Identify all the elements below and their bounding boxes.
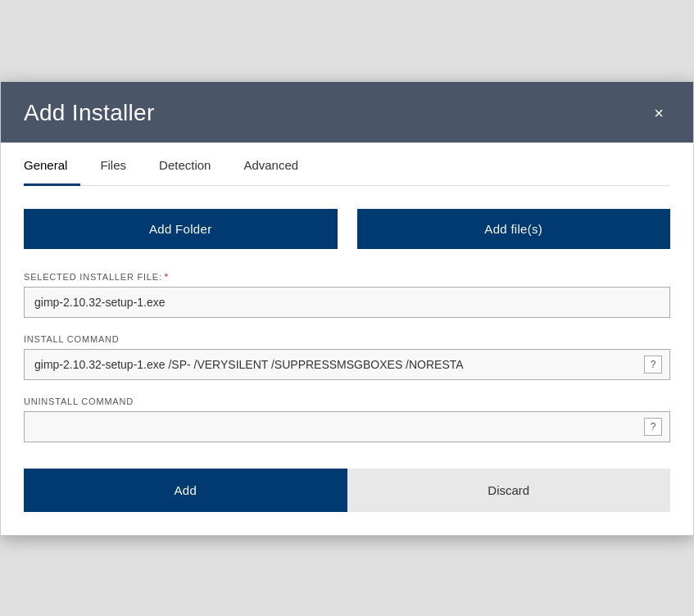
- add-folder-button[interactable]: Add Folder: [24, 209, 338, 249]
- required-indicator: *: [165, 272, 169, 282]
- uninstall-command-input[interactable]: [24, 411, 670, 442]
- tab-files[interactable]: Files: [100, 143, 139, 186]
- tab-bar: General Files Detection Advanced: [24, 143, 670, 186]
- add-files-button[interactable]: Add file(s): [357, 209, 671, 249]
- discard-button[interactable]: Discard: [347, 469, 671, 512]
- install-command-label: INSTALL COMMAND: [24, 334, 670, 344]
- uninstall-command-help-icon[interactable]: ?: [644, 418, 662, 436]
- uninstall-command-label: UNINSTALL COMMAND: [24, 396, 670, 406]
- dialog-footer: Add Discard: [24, 469, 670, 512]
- installer-file-group: SELECTED INSTALLER FILE:*: [24, 272, 670, 318]
- add-button[interactable]: Add: [24, 469, 347, 512]
- uninstall-command-wrapper: ?: [24, 411, 670, 442]
- add-installer-dialog: Add Installer × General Files Detection …: [0, 81, 694, 536]
- installer-file-label: SELECTED INSTALLER FILE:*: [24, 272, 670, 282]
- dialog-title: Add Installer: [24, 100, 155, 126]
- install-command-group: INSTALL COMMAND ?: [24, 334, 670, 380]
- installer-file-input[interactable]: [24, 287, 670, 318]
- dialog-header: Add Installer ×: [1, 82, 693, 143]
- dialog-body: General Files Detection Advanced Add Fol…: [1, 143, 693, 535]
- uninstall-command-group: UNINSTALL COMMAND ?: [24, 396, 670, 442]
- action-buttons: Add Folder Add file(s): [24, 209, 670, 249]
- tab-detection[interactable]: Detection: [159, 143, 224, 186]
- install-command-input[interactable]: [24, 349, 670, 380]
- tab-advanced[interactable]: Advanced: [243, 143, 311, 186]
- install-command-help-icon[interactable]: ?: [644, 356, 662, 374]
- install-command-wrapper: ?: [24, 349, 670, 380]
- tab-general[interactable]: General: [24, 143, 80, 186]
- close-button[interactable]: ×: [647, 102, 670, 125]
